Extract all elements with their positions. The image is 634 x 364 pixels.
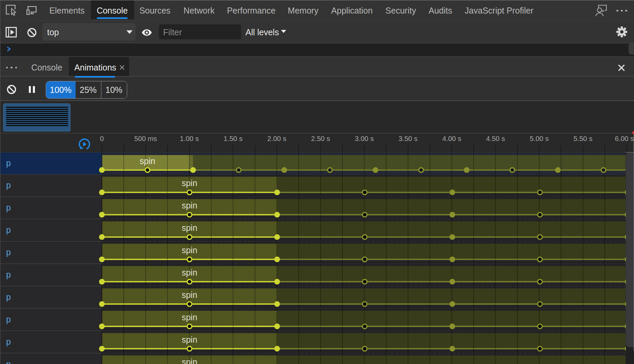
svg-text:6.00 s: 6.00 s [615,135,634,142]
svg-text:5.50 s: 5.50 s [574,135,593,142]
svg-text:4.50 s: 4.50 s [486,135,505,142]
svg-text:p: p [6,180,11,190]
svg-text:4.00 s: 4.00 s [442,135,461,142]
svg-text:p: p [6,158,11,168]
svg-text:5.00 s: 5.00 s [530,135,549,142]
svg-text:spin: spin [182,312,197,322]
svg-text:p: p [6,270,11,279]
svg-text:spin: spin [182,335,197,344]
svg-text:spin: spin [182,178,197,188]
svg-text:3.00 s: 3.00 s [355,135,374,142]
svg-text:spin: spin [140,156,155,166]
svg-text:spin: spin [182,245,197,255]
svg-text:0: 0 [100,135,104,142]
svg-text:1.00 s: 1.00 s [180,135,199,142]
svg-text:p: p [6,247,11,257]
svg-text:2.00 s: 2.00 s [268,135,286,142]
svg-text:1.50 s: 1.50 s [224,135,243,142]
svg-text:p: p [6,359,11,364]
svg-text:p: p [6,337,11,346]
svg-text:p: p [6,315,11,324]
svg-text:spin: spin [182,290,197,300]
svg-text:2.50 s: 2.50 s [311,135,330,142]
svg-text:spin: spin [182,357,197,364]
svg-text:p: p [6,225,11,235]
svg-text:p: p [6,203,11,212]
svg-text:500 ms: 500 ms [134,135,157,142]
svg-text:spin: spin [182,268,197,277]
svg-text:p: p [6,292,11,302]
svg-text:3.50 s: 3.50 s [399,135,418,142]
svg-text:spin: spin [182,201,197,210]
svg-text:spin: spin [182,223,197,232]
